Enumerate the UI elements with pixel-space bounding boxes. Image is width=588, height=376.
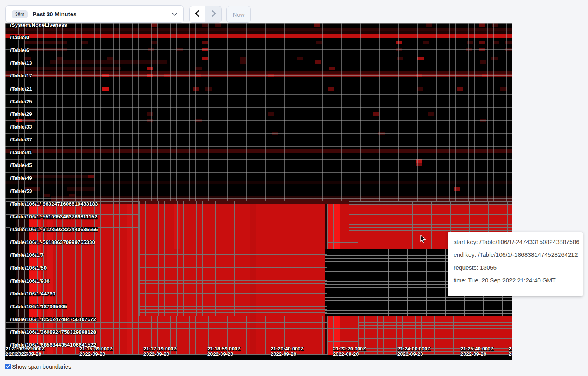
date-tick-label: 2022-09-20	[509, 351, 512, 357]
previous-timeframe-button[interactable]	[189, 6, 205, 23]
row-label: /Table/49	[10, 175, 32, 181]
date-tick-label: 2022-09-20	[333, 351, 359, 357]
key-visualizer-page: 30m Past 30 Minutes Now /System/NodeLive…	[0, 0, 588, 376]
timeframe-badge: 30m	[12, 10, 28, 18]
chevron-left-icon	[195, 10, 200, 19]
time-tick-label: 21:15:39.000Z	[79, 346, 112, 352]
chevron-down-icon	[172, 12, 177, 16]
row-label: /Table/17	[10, 73, 32, 79]
show-span-boundaries-checkbox[interactable]	[5, 364, 11, 369]
date-tick-label: 2022-09-20	[16, 351, 41, 357]
time-tick-label: 21:17:19.000Z	[143, 346, 176, 352]
tooltip-start-key: start key: /Table/106/1/-247433150824388…	[454, 239, 577, 246]
row-label: /Table/106/1/-561886370999765330	[10, 239, 95, 246]
row-label: /Table/106/1/7	[10, 252, 44, 258]
tooltip-end-key: end key: /Table/106/1/-18683814745282642…	[454, 251, 577, 258]
row-label: /Table/106/1/-5510953463769811152	[10, 214, 97, 220]
row-label: /Table/45	[10, 162, 32, 168]
timeframe-label: Past 30 Minutes	[33, 11, 76, 17]
row-label: /Table/6	[10, 47, 29, 53]
chevron-right-icon	[211, 10, 216, 19]
time-tick-label: 21:25:40.000Z	[460, 346, 493, 352]
row-label: /Table/33	[10, 124, 32, 130]
row-label: /Table/106/1/1250247484756107672	[10, 316, 96, 323]
tooltip-time: time: Tue, 20 Sep 2022 21:24:40 GMT	[454, 277, 577, 284]
row-label: /Table/106/1/44760	[10, 291, 55, 297]
time-tick-label: 21:27:20.000Z	[509, 346, 512, 352]
date-tick-label: 2022-09-20	[79, 351, 105, 357]
row-label: /Table/0	[10, 34, 29, 41]
row-label: /Table/13	[10, 60, 32, 66]
date-tick-label: 2022-09-20	[460, 351, 486, 357]
span-boundaries-row: Show span boundaries	[5, 363, 71, 370]
row-label: /Table/106/1/936	[10, 278, 50, 284]
tooltip-requests: requests: 13055	[454, 264, 577, 271]
time-nav-group	[189, 6, 222, 23]
row-label: /Table/25	[10, 99, 32, 105]
row-label: /Table/53	[10, 188, 32, 194]
time-tick-label: 21:13:59.000Z	[12, 346, 45, 352]
row-label: /Table/41	[10, 149, 32, 156]
time-tick-label: 21:22:20.000Z	[333, 346, 366, 352]
time-tick-label: 21:20:40.000Z	[271, 346, 303, 352]
heatmap[interactable]: /System/NodeLiveness/Table/0/Table/6/Tab…	[5, 23, 512, 360]
row-label: /Table/106/1/-8632471606610433183	[10, 201, 98, 207]
row-label: /Table/21	[10, 86, 32, 92]
date-tick-label: 2022-09-20	[271, 351, 297, 357]
row-label: /System/NodeLiveness	[10, 23, 67, 28]
date-tick-label: 2022-09-20	[143, 351, 169, 357]
row-label: /Table/106/1/50	[10, 265, 47, 271]
show-span-boundaries-label[interactable]: Show span boundaries	[12, 363, 71, 370]
now-button[interactable]: Now	[226, 6, 251, 23]
row-label: /Table/106/1/-3128593822440635556	[10, 227, 98, 233]
row-label: /Table/37	[10, 137, 32, 143]
row-label: /Table/106/1/187965605	[10, 304, 67, 310]
date-tick-label: 2022-09-20	[397, 351, 423, 357]
grid-overlay	[139, 248, 327, 316]
timeframe-select[interactable]: 30m Past 30 Minutes	[5, 5, 184, 23]
time-tick-label: 21:24:00.000Z	[397, 346, 430, 352]
row-label: /Table/29	[10, 111, 32, 117]
time-tick-label: 21:18:59.000Z	[207, 346, 240, 352]
heatmap-tooltip: start key: /Table/106/1/-247433150824388…	[448, 232, 583, 296]
date-tick-label: 2022-09-20	[207, 351, 233, 357]
grid-overlay	[139, 201, 327, 248]
grid-overlay	[5, 23, 512, 201]
row-label: /Table/106/1/3608924758329898128	[10, 329, 96, 335]
next-timeframe-button[interactable]	[205, 6, 222, 23]
